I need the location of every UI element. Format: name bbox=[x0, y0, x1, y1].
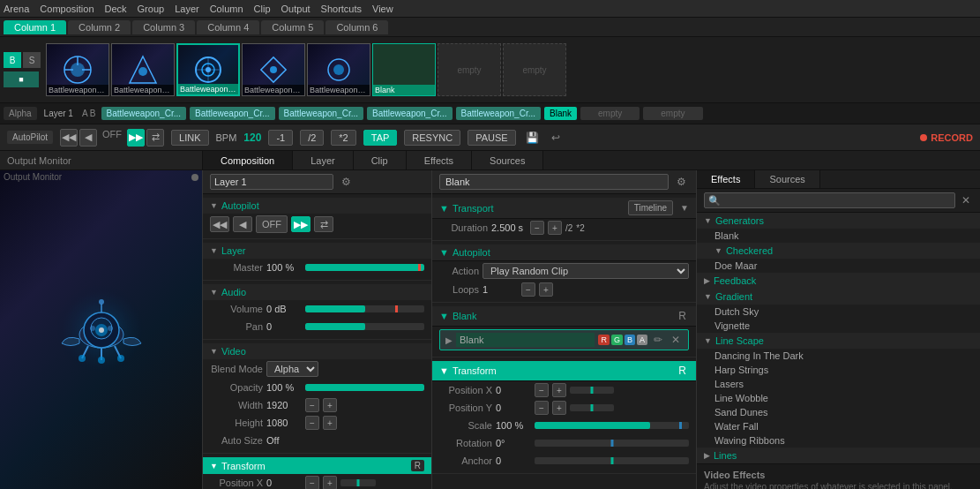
width-minus-btn[interactable]: − bbox=[305, 398, 319, 412]
effects-search-close-btn[interactable]: ✕ bbox=[959, 193, 973, 207]
comp-layer-section-header[interactable]: ▼ Layer bbox=[203, 243, 431, 259]
btn-shuffle[interactable]: ⇄ bbox=[146, 129, 164, 147]
effect-water-fall[interactable]: Water Fall bbox=[697, 419, 980, 433]
btn-mul2[interactable]: *2 bbox=[331, 130, 355, 146]
thumbnail-5[interactable]: Battleweapon_Cr... bbox=[307, 43, 370, 96]
pan-bar[interactable] bbox=[305, 323, 424, 330]
height-minus-btn[interactable]: − bbox=[305, 416, 319, 430]
tab-composition[interactable]: Composition bbox=[203, 151, 293, 169]
btn-minus1[interactable]: -1 bbox=[268, 130, 293, 146]
feedback-category[interactable]: ▶ Feedback bbox=[697, 273, 980, 289]
tab-effects[interactable]: Effects bbox=[407, 151, 472, 169]
effect-dancing-dark[interactable]: Dancing In The Dark bbox=[697, 349, 980, 363]
comp-pos-x-plus[interactable]: + bbox=[323, 476, 337, 489]
comp-pos-x-minus[interactable]: − bbox=[305, 476, 319, 489]
effect-doe-maar[interactable]: Doe Maar bbox=[697, 259, 980, 273]
comp-video-header[interactable]: ▼ Video bbox=[203, 343, 431, 359]
btn-B[interactable]: B bbox=[4, 52, 21, 68]
thumbnail-empty-1[interactable]: empty bbox=[438, 43, 501, 96]
layer-clip-3[interactable]: Battleweapon_Cr... bbox=[279, 107, 364, 120]
btn-link[interactable]: LINK bbox=[171, 130, 208, 146]
line-scape-category[interactable]: ▼ Line Scape bbox=[697, 333, 980, 349]
effect-waving-ribbons[interactable]: Waving Ribbons bbox=[697, 433, 980, 448]
btn-div2[interactable]: /2 bbox=[300, 130, 324, 146]
thumbnail-3[interactable]: Battleweapon_Cr... bbox=[176, 43, 240, 96]
menu-clip[interactable]: Clip bbox=[254, 4, 271, 14]
column-tab-2[interactable]: Column 2 bbox=[68, 20, 131, 34]
tab-clip[interactable]: Clip bbox=[354, 151, 407, 169]
layer-clip-blank[interactable]: Blank bbox=[544, 107, 577, 120]
transform-reset-btn[interactable]: R bbox=[411, 460, 424, 471]
clip-settings-btn[interactable]: ⚙ bbox=[674, 175, 689, 189]
btn-S[interactable]: S bbox=[23, 52, 41, 68]
clip-pos-x-bar[interactable] bbox=[570, 387, 614, 394]
layer-clip-2[interactable]: Battleweapon_Cr... bbox=[190, 107, 275, 120]
autopilot-prev-btn[interactable]: ◀◀ bbox=[210, 216, 229, 232]
thumbnail-2[interactable]: Battleweapon_Cr... bbox=[111, 43, 175, 96]
clip-pos-y-plus[interactable]: + bbox=[552, 401, 566, 415]
clip-name-input[interactable] bbox=[439, 174, 669, 190]
clip-pos-y-minus[interactable]: − bbox=[535, 401, 549, 415]
volume-bar[interactable] bbox=[305, 305, 424, 312]
effects-search-input[interactable] bbox=[704, 192, 955, 208]
thumbnail-empty-2[interactable]: empty bbox=[503, 43, 566, 96]
btn-tap[interactable]: TAP bbox=[363, 130, 398, 146]
autopilot-back-btn[interactable]: ◀ bbox=[233, 216, 252, 232]
opacity-bar[interactable] bbox=[305, 384, 424, 391]
blend-mode-select[interactable]: Alpha bbox=[266, 361, 318, 377]
blank-close-btn[interactable]: ✕ bbox=[669, 333, 683, 347]
layer-clip-4[interactable]: Battleweapon_Cr... bbox=[367, 107, 453, 120]
gradient-category[interactable]: ▼ Gradient bbox=[697, 289, 980, 305]
layer-empty-1[interactable]: empty bbox=[580, 107, 640, 120]
timeline-dropdown-arrow[interactable]: ▼ bbox=[680, 203, 689, 213]
layer-clip-5[interactable]: Battleweapon_Cr... bbox=[456, 107, 542, 120]
autopilot-off-btn[interactable]: OFF bbox=[256, 215, 288, 233]
btn-prev[interactable]: ◀◀ bbox=[60, 129, 78, 147]
badge-g[interactable]: G bbox=[611, 335, 623, 345]
clip-transport-header[interactable]: ▼ Transport Timeline ▼ bbox=[432, 198, 696, 219]
effects-tab-effects[interactable]: Effects bbox=[697, 170, 755, 188]
duration-plus-btn[interactable]: + bbox=[548, 221, 562, 235]
menu-group[interactable]: Group bbox=[138, 4, 165, 14]
comp-pos-x-bar[interactable] bbox=[340, 479, 376, 486]
comp-settings-btn[interactable]: ⚙ bbox=[339, 175, 354, 189]
column-tab-1[interactable]: Column 1 bbox=[4, 20, 66, 34]
thumbnail-1[interactable]: Battleweapon_Cr... bbox=[46, 43, 109, 96]
btn-back[interactable]: ◀ bbox=[79, 129, 97, 147]
effects-tab-sources[interactable]: Sources bbox=[755, 170, 819, 188]
clip-transform-reset-btn[interactable]: R bbox=[676, 364, 689, 378]
column-tab-6[interactable]: Column 6 bbox=[325, 20, 388, 34]
menu-output[interactable]: Output bbox=[281, 4, 310, 14]
timeline-btn[interactable]: Timeline bbox=[628, 200, 673, 215]
menu-deck[interactable]: Deck bbox=[105, 4, 127, 14]
comp-audio-header[interactable]: ▼ Audio bbox=[203, 284, 431, 300]
menu-layer[interactable]: Layer bbox=[175, 4, 199, 14]
autopilot-shuffle-btn[interactable]: ⇄ bbox=[314, 216, 333, 232]
loops-plus-btn[interactable]: + bbox=[539, 282, 553, 297]
layer-empty-2[interactable]: empty bbox=[643, 107, 702, 120]
clip-pos-x-plus[interactable]: + bbox=[552, 383, 566, 397]
layer-clip-1[interactable]: Battleweapon_Cr... bbox=[101, 107, 187, 120]
tab-sources[interactable]: Sources bbox=[472, 151, 543, 169]
checkered-category[interactable]: ▼ Checkered bbox=[697, 243, 980, 259]
column-tab-5[interactable]: Column 5 bbox=[261, 20, 324, 34]
clip-scale-bar[interactable] bbox=[535, 422, 689, 429]
tab-layer[interactable]: Layer bbox=[293, 151, 354, 169]
thumbnail-4[interactable]: Battleweapon_Cr... bbox=[242, 43, 305, 96]
btn-pause[interactable]: PAUSE bbox=[468, 130, 515, 146]
clip-pos-x-minus[interactable]: − bbox=[535, 383, 549, 397]
comp-layer-name-input[interactable] bbox=[210, 174, 333, 190]
clip-anchor-bar[interactable] bbox=[535, 457, 689, 464]
btn-undo-icon[interactable]: ↩ bbox=[549, 131, 563, 145]
effect-harp-strings[interactable]: Harp Strings bbox=[697, 363, 980, 377]
menu-arena[interactable]: Arena bbox=[4, 4, 29, 14]
clip-pos-y-bar[interactable] bbox=[570, 404, 614, 411]
comp-transform-header[interactable]: ▼ Transform R bbox=[203, 457, 431, 474]
effect-blank[interactable]: Blank bbox=[697, 229, 980, 243]
autopilot-fwd-btn[interactable]: ▶▶ bbox=[291, 216, 310, 232]
width-plus-btn[interactable]: + bbox=[323, 398, 337, 412]
blank-edit-btn[interactable]: ✏ bbox=[651, 333, 665, 347]
btn-active-clip[interactable]: ■ bbox=[4, 71, 39, 87]
loops-minus-btn[interactable]: − bbox=[521, 282, 535, 297]
badge-a[interactable]: A bbox=[637, 335, 647, 345]
